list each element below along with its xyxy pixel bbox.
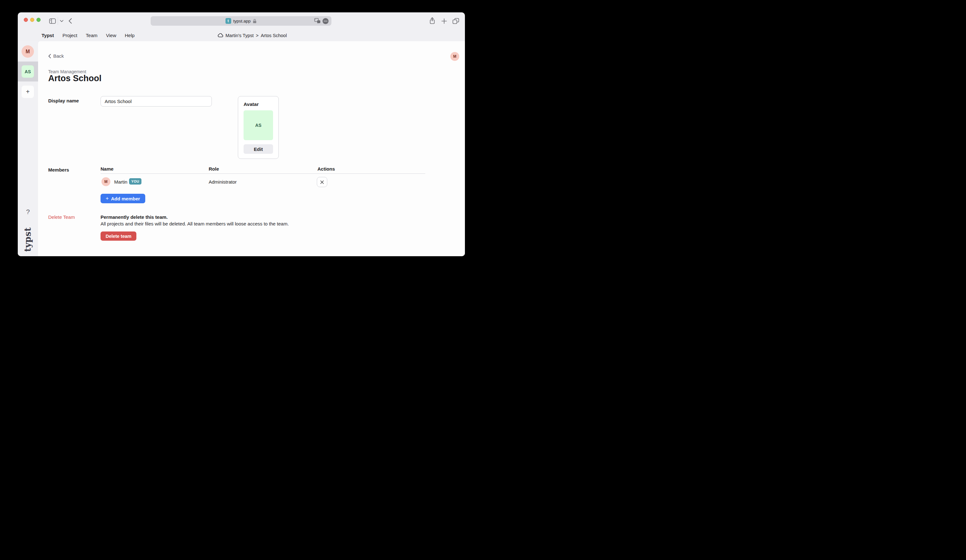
user-avatar[interactable]: M bbox=[450, 52, 459, 61]
sidebar-item-personal[interactable]: M bbox=[21, 45, 34, 58]
delete-team-button[interactable]: Delete team bbox=[100, 232, 136, 241]
you-badge: YOU bbox=[129, 178, 141, 184]
sidebar-item-team[interactable]: AS bbox=[21, 65, 34, 78]
avatar-card-title: Avatar bbox=[243, 102, 259, 107]
column-header-actions: Actions bbox=[317, 166, 335, 172]
share-icon[interactable] bbox=[429, 12, 436, 30]
translate-icon[interactable] bbox=[314, 18, 320, 24]
delete-team-label: Delete Team bbox=[48, 214, 75, 220]
sidebar-toggle-icon[interactable] bbox=[48, 12, 56, 30]
back-link[interactable]: Back bbox=[48, 53, 64, 59]
menu-project[interactable]: Project bbox=[62, 33, 77, 38]
close-icon bbox=[320, 180, 324, 184]
breadcrumb-team: Martin's Typst bbox=[225, 33, 254, 38]
site-favicon: t bbox=[225, 18, 231, 24]
chevron-left-icon bbox=[48, 54, 51, 58]
main-content: Back M Team Management Artos School Disp… bbox=[38, 41, 465, 256]
typst-wordmark: typst bbox=[23, 227, 33, 251]
browser-toolbar: t typst.app bbox=[18, 12, 465, 30]
address-bar[interactable]: t typst.app bbox=[151, 16, 332, 26]
plus-icon: + bbox=[105, 195, 109, 202]
page-title: Artos School bbox=[48, 74, 102, 84]
breadcrumb-separator: > bbox=[256, 33, 258, 38]
zoom-window-button[interactable] bbox=[36, 18, 41, 22]
add-member-button[interactable]: + Add member bbox=[100, 194, 145, 203]
url-text: typst.app bbox=[233, 19, 251, 23]
menu-help[interactable]: Help bbox=[125, 33, 135, 38]
menu-view[interactable]: View bbox=[106, 33, 116, 38]
browser-back-icon[interactable] bbox=[67, 12, 73, 30]
help-icon[interactable]: ? bbox=[18, 208, 38, 216]
edit-avatar-button[interactable]: Edit bbox=[243, 144, 273, 154]
breadcrumb[interactable]: Martin's Typst > Artos School bbox=[218, 30, 287, 41]
column-header-name: Name bbox=[100, 166, 113, 172]
member-avatar: M bbox=[102, 177, 110, 186]
new-tab-icon[interactable] bbox=[441, 12, 447, 30]
menu-typst[interactable]: Typst bbox=[41, 33, 54, 38]
more-options-icon[interactable] bbox=[322, 18, 329, 24]
add-team-button[interactable]: + bbox=[21, 85, 34, 98]
menu-team[interactable]: Team bbox=[86, 33, 98, 38]
delete-body: All projects and their files will be del… bbox=[100, 221, 289, 227]
team-sidebar: M AS + ? typst bbox=[18, 41, 38, 256]
member-name: Martin bbox=[114, 179, 128, 184]
sidebar-selected-band: AS bbox=[18, 61, 38, 82]
chevron-down-icon[interactable] bbox=[59, 12, 64, 30]
display-name-input[interactable] bbox=[100, 96, 212, 107]
browser-window: t typst.app bbox=[18, 12, 465, 256]
add-member-label: Add member bbox=[111, 196, 140, 201]
lock-icon bbox=[253, 19, 256, 23]
team-avatar: AS bbox=[243, 110, 273, 140]
typst-logo: typst bbox=[18, 223, 38, 255]
avatar-card: Avatar AS Edit bbox=[238, 96, 279, 159]
minimize-window-button[interactable] bbox=[30, 18, 34, 22]
desktop-background: t typst.app bbox=[0, 0, 483, 280]
delete-heading: Permanently delete this team. bbox=[100, 214, 168, 220]
display-name-label: Display name bbox=[48, 98, 79, 103]
members-label: Members bbox=[48, 167, 69, 172]
remove-member-button[interactable] bbox=[317, 177, 327, 187]
tab-overview-icon[interactable] bbox=[452, 12, 460, 30]
app-menubar: Typst Project Team View Help Martin's Ty… bbox=[18, 30, 465, 41]
column-header-role: Role bbox=[209, 166, 219, 172]
close-window-button[interactable] bbox=[24, 18, 28, 22]
cloud-icon bbox=[218, 33, 223, 38]
breadcrumb-page: Artos School bbox=[261, 33, 287, 38]
member-role: Administrator bbox=[209, 179, 237, 184]
back-label: Back bbox=[53, 53, 64, 59]
